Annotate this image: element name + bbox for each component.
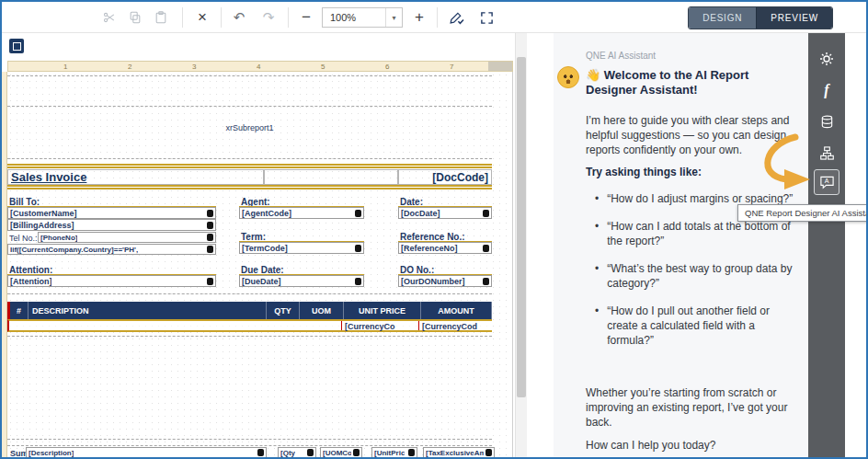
bound-field-icon bbox=[207, 234, 213, 241]
currency-unit-price-field[interactable]: [CurrencyCo bbox=[345, 322, 395, 331]
reference-no-field[interactable]: [ReferenceNo] bbox=[398, 242, 492, 254]
footer-amount-field[interactable]: [TaxExclusiveAmount] bbox=[423, 447, 495, 458]
phone-field[interactable]: [PhoneNo] bbox=[38, 232, 216, 243]
subreport-control[interactable]: xrSubreport1 bbox=[7, 123, 492, 132]
zoom-value: 100% bbox=[323, 12, 385, 23]
settings-icon[interactable] bbox=[814, 46, 839, 72]
list-item: “How do I pull out another field or crea… bbox=[595, 304, 796, 348]
bound-field-icon bbox=[485, 449, 492, 456]
redo-icon[interactable]: ↷ bbox=[257, 6, 280, 29]
design-canvas: 1 2 3 4 5 6 7 xrSubreport1 Sales Invoice… bbox=[2, 33, 531, 457]
bound-field-icon bbox=[355, 245, 361, 252]
report-design-surface[interactable]: xrSubreport1 Sales Invoice [DocCode] Bil… bbox=[7, 72, 513, 457]
attention-field[interactable]: [Attention] bbox=[7, 275, 216, 287]
footer-qty-field[interactable]: [Qty bbox=[278, 447, 316, 458]
gold-rule bbox=[7, 164, 492, 168]
validate-bindings-icon[interactable] bbox=[444, 6, 468, 29]
band-separator bbox=[7, 439, 492, 440]
paste-icon[interactable] bbox=[149, 6, 173, 29]
footer-description-field[interactable]: [Description] bbox=[26, 447, 267, 458]
ai-assistant-tooltip: QNE Report Designer AI Assistant bbox=[737, 204, 868, 222]
title-spacer-cell[interactable] bbox=[264, 169, 398, 185]
col-amount[interactable]: AMOUNT bbox=[421, 302, 492, 319]
footer-unit-price-field[interactable]: [UnitPric bbox=[371, 447, 417, 458]
zoom-out-icon[interactable]: − bbox=[294, 6, 318, 29]
bound-field-icon bbox=[353, 449, 360, 456]
list-item: “What’s the best way to group data by ca… bbox=[595, 261, 796, 291]
ruler-tick: 1 bbox=[63, 63, 67, 71]
ruler-tick: 7 bbox=[450, 63, 453, 71]
toolbar-separator bbox=[437, 7, 438, 28]
preview-tab[interactable]: PREVIEW bbox=[756, 7, 832, 29]
bound-field-icon bbox=[207, 222, 213, 229]
closing-text: How can I help you today? bbox=[586, 438, 795, 453]
term-code-field[interactable]: [TermCode] bbox=[239, 242, 364, 254]
list-item: “How can I add totals at the bottom of t… bbox=[595, 219, 796, 248]
currency-row: [CurrencyCo [CurrencyCod bbox=[7, 319, 492, 332]
toolbar-separator bbox=[221, 7, 222, 28]
band-separator bbox=[7, 336, 492, 337]
col-unit-price[interactable]: UNIT PRICE bbox=[344, 302, 421, 319]
welcome-title: 👋 Welcome to the AI Report Designer Assi… bbox=[586, 68, 790, 98]
ruler-tick: 4 bbox=[257, 63, 260, 71]
view-toggle: DESIGN PREVIEW bbox=[688, 6, 833, 29]
tel-label[interactable]: Tel No.: bbox=[9, 234, 38, 243]
vertical-scrollbar[interactable] bbox=[515, 33, 527, 457]
band-separator bbox=[7, 106, 492, 107]
col-qty[interactable]: QTY bbox=[267, 302, 300, 319]
red-divider bbox=[418, 321, 419, 330]
do-number-field[interactable]: [OurDONumber] bbox=[398, 275, 492, 287]
bound-field-icon bbox=[408, 449, 415, 456]
band-separator bbox=[7, 445, 492, 446]
currency-amount-field[interactable]: [CurrencyCod bbox=[422, 322, 477, 331]
copy-icon[interactable] bbox=[123, 6, 147, 29]
gold-rule bbox=[7, 185, 492, 189]
agent-code-field[interactable]: [AgentCode] bbox=[239, 207, 364, 219]
col-uom[interactable]: UOM bbox=[300, 302, 344, 319]
bound-field-icon bbox=[483, 245, 489, 252]
red-divider bbox=[341, 321, 342, 330]
doccode-control[interactable]: [DocCode] bbox=[398, 169, 492, 185]
customer-name-field[interactable]: [CustomerName] bbox=[7, 207, 216, 219]
bound-field-icon bbox=[483, 210, 489, 217]
assistant-avatar bbox=[557, 66, 579, 88]
fullscreen-icon[interactable] bbox=[474, 6, 498, 29]
detail-table-header: # DESCRIPTION QTY UOM UNIT PRICE AMOUNT bbox=[7, 302, 492, 319]
ruler-tick: 6 bbox=[385, 63, 389, 71]
delete-icon[interactable]: × bbox=[190, 6, 214, 29]
report-title-control[interactable]: Sales Invoice bbox=[7, 169, 264, 185]
assistant-name: QNE AI Assistant bbox=[586, 51, 656, 61]
col-number[interactable]: # bbox=[10, 302, 29, 319]
horizontal-ruler: 1 2 3 4 5 6 7 bbox=[7, 61, 513, 72]
formula-icon[interactable]: f bbox=[814, 77, 839, 103]
band-separator bbox=[7, 158, 492, 159]
bound-field-icon bbox=[207, 210, 213, 217]
zoom-in-icon[interactable]: + bbox=[407, 6, 431, 29]
right-toolbar: f A bbox=[808, 33, 845, 457]
outro-text: Whether you’re starting from scratch or … bbox=[586, 385, 795, 430]
footer-uom-field[interactable]: [UOMCode bbox=[320, 447, 362, 458]
ai-chat-panel: QNE AI Assistant 👋 Welcome to the AI Rep… bbox=[554, 33, 808, 457]
data-source-icon[interactable] bbox=[814, 109, 839, 134]
band-separator bbox=[7, 75, 492, 76]
scrollbar-thumb[interactable] bbox=[517, 57, 526, 397]
iif-expression-field[interactable]: Iif([CurrentCompany.Country]=='PH', bbox=[7, 244, 216, 255]
try-heading: Try asking things like: bbox=[586, 166, 702, 178]
toolbar-separator bbox=[288, 7, 289, 28]
bound-field-icon bbox=[355, 210, 361, 217]
bound-field-icon bbox=[307, 449, 314, 456]
main-toolbar: × ↶ ↷ − 100% ▾ + DESIGN PREVIEW bbox=[2, 2, 866, 33]
zoom-select[interactable]: 100% ▾ bbox=[322, 7, 403, 28]
design-tab[interactable]: DESIGN bbox=[689, 7, 756, 29]
billing-address-field[interactable]: [BillingAddress] bbox=[7, 219, 216, 231]
doc-date-field[interactable]: [DocDate] bbox=[398, 207, 492, 219]
bound-field-icon bbox=[207, 246, 213, 253]
bound-field-icon bbox=[355, 278, 361, 285]
due-date-field[interactable]: [DueDate] bbox=[239, 275, 364, 287]
band-separator bbox=[7, 293, 492, 294]
undo-icon[interactable]: ↶ bbox=[227, 6, 251, 29]
col-description[interactable]: DESCRIPTION bbox=[29, 302, 267, 319]
report-selector-icon[interactable] bbox=[9, 39, 24, 53]
cut-icon[interactable] bbox=[97, 6, 121, 29]
bound-field-icon bbox=[257, 449, 264, 456]
